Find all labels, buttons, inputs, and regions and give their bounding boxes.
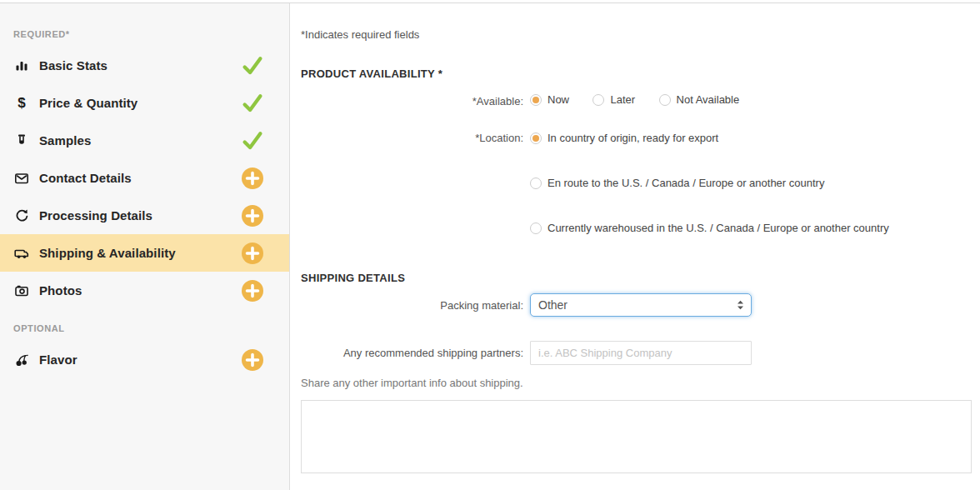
radio-unselected-icon[interactable] xyxy=(592,94,604,106)
sidebar-item-shipping-availability[interactable]: Shipping & Availability xyxy=(0,234,289,272)
shipping-details-heading: SHIPPING DETAILS xyxy=(301,272,972,284)
radio-available-not-available[interactable]: Not Available xyxy=(659,93,740,107)
sidebar-item-photos[interactable]: Photos xyxy=(0,272,289,309)
radio-available-later[interactable]: Later xyxy=(592,93,635,107)
required-fields-note: *Indicates required fields xyxy=(301,28,972,42)
cherries-icon xyxy=(13,352,30,368)
check-icon xyxy=(242,55,263,77)
shipping-info-textarea[interactable] xyxy=(301,400,972,473)
sidebar-item-samples[interactable]: Samples xyxy=(0,122,289,159)
radio-location-origin[interactable]: In country of origin, ready for export xyxy=(530,132,718,145)
packing-material-label: Packing material: xyxy=(301,299,523,312)
form-panel: *Indicates required fields PRODUCT AVAIL… xyxy=(290,3,980,490)
sidebar-item-price-quantity[interactable]: $ Price & Quantity xyxy=(0,84,289,122)
packing-material-select-wrap: Other xyxy=(530,293,752,317)
packing-material-row: Packing material: Other xyxy=(301,293,972,317)
available-row: *Available: Now Later Not Available xyxy=(301,93,972,109)
sidebar-item-contact-details[interactable]: Contact Details xyxy=(0,159,289,197)
camera-icon xyxy=(13,283,30,298)
sidebar-item-label: Basic Stats xyxy=(39,58,242,72)
dollar-icon: $ xyxy=(13,96,30,111)
add-icon[interactable] xyxy=(242,349,263,371)
sidebar-item-label: Shipping & Availability xyxy=(39,246,242,260)
bar-chart-icon xyxy=(13,58,30,73)
sidebar: REQUIRED* Basic Stats $ Price & Quantity… xyxy=(0,3,290,490)
check-icon xyxy=(242,92,263,114)
radio-selected-icon[interactable] xyxy=(530,132,542,144)
sidebar-item-label: Processing Details xyxy=(39,208,242,222)
page: REQUIRED* Basic Stats $ Price & Quantity… xyxy=(0,3,980,490)
optional-section-label: OPTIONAL xyxy=(0,322,289,334)
sidebar-item-label: Price & Quantity xyxy=(39,96,242,110)
test-tube-icon xyxy=(13,133,30,148)
radio-selected-icon[interactable] xyxy=(530,94,542,106)
add-icon[interactable] xyxy=(242,242,263,264)
sidebar-item-label: Samples xyxy=(39,133,242,148)
sidebar-item-flavor[interactable]: Flavor xyxy=(0,341,289,378)
location-row: *Location: In country of origin, ready f… xyxy=(301,132,972,238)
add-icon[interactable] xyxy=(242,168,263,189)
radio-unselected-icon[interactable] xyxy=(659,94,671,106)
refresh-icon xyxy=(13,208,30,223)
radio-available-now[interactable]: Now xyxy=(530,93,569,107)
packing-material-select[interactable]: Other xyxy=(530,293,752,317)
shipping-partners-input[interactable] xyxy=(530,341,752,365)
location-radio-group: In country of origin, ready for export E… xyxy=(530,132,972,238)
available-radio-group: Now Later Not Available xyxy=(530,93,739,109)
shipping-partners-row: Any recommended shipping partners: xyxy=(301,341,972,365)
add-icon[interactable] xyxy=(242,280,263,302)
truck-icon xyxy=(13,246,30,261)
sidebar-item-label: Flavor xyxy=(39,352,242,367)
sidebar-item-basic-stats[interactable]: Basic Stats xyxy=(0,47,289,84)
shipping-info-label: Share any other important info about shi… xyxy=(301,377,972,390)
radio-unselected-icon[interactable] xyxy=(530,178,542,189)
add-icon[interactable] xyxy=(242,205,263,227)
radio-location-warehoused[interactable]: Currently warehoused in the U.S. / Canad… xyxy=(530,222,889,235)
radio-location-en-route[interactable]: En route to the U.S. / Canada / Europe o… xyxy=(530,177,824,190)
check-icon xyxy=(242,130,263,152)
product-availability-heading: PRODUCT AVAILABILITY * xyxy=(301,68,972,80)
sidebar-item-processing-details[interactable]: Processing Details xyxy=(0,197,289,234)
radio-unselected-icon[interactable] xyxy=(530,222,542,234)
location-label: *Location: xyxy=(301,132,523,144)
sidebar-item-label: Photos xyxy=(39,283,242,298)
envelope-icon xyxy=(13,171,30,186)
sidebar-item-label: Contact Details xyxy=(39,171,242,185)
required-section-label: REQUIRED* xyxy=(0,28,289,40)
shipping-partners-label: Any recommended shipping partners: xyxy=(301,347,523,359)
available-label: *Available: xyxy=(301,95,523,108)
